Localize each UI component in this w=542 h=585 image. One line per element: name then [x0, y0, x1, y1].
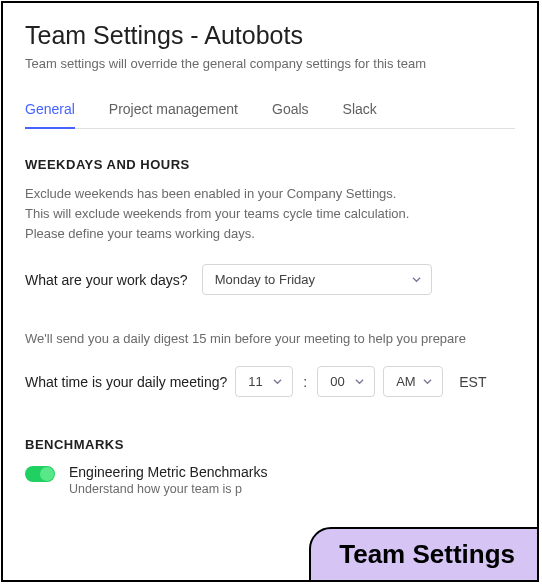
- timezone-label: EST: [459, 374, 486, 390]
- weekdays-info: Exclude weekends has been enabled in you…: [25, 184, 515, 244]
- chevron-down-icon: [412, 275, 421, 284]
- info-line: This will exclude weekends from your tea…: [25, 204, 515, 224]
- tab-project-management[interactable]: Project management: [109, 93, 238, 129]
- ampm-select[interactable]: AM: [383, 366, 443, 397]
- chevron-down-icon: [355, 377, 364, 386]
- page-title: Team Settings - Autobots: [25, 21, 515, 50]
- minute-select[interactable]: 00: [317, 366, 375, 397]
- benchmarks-title: Engineering Metric Benchmarks: [69, 464, 267, 480]
- section-header-benchmarks: BENCHMARKS: [25, 437, 515, 452]
- tab-goals[interactable]: Goals: [272, 93, 309, 129]
- ampm-value: AM: [396, 374, 416, 389]
- page-subtitle: Team settings will override the general …: [25, 56, 515, 71]
- meeting-time-label: What time is your daily meeting?: [25, 374, 227, 390]
- chevron-down-icon: [423, 377, 432, 386]
- section-header-weekdays: WEEKDAYS AND HOURS: [25, 157, 515, 172]
- minute-value: 00: [330, 374, 344, 389]
- overlay-badge: Team Settings: [309, 527, 539, 582]
- hour-select[interactable]: 11: [235, 366, 293, 397]
- chevron-down-icon: [273, 377, 282, 386]
- tab-slack[interactable]: Slack: [343, 93, 377, 129]
- info-line: Exclude weekends has been enabled in you…: [25, 184, 515, 204]
- info-line: Please define your teams working days.: [25, 224, 515, 244]
- workdays-value: Monday to Friday: [215, 272, 315, 287]
- tab-bar: General Project management Goals Slack: [25, 93, 515, 129]
- benchmarks-toggle[interactable]: [25, 466, 55, 482]
- digest-info: We'll send you a daily digest 15 min bef…: [25, 331, 515, 346]
- hour-value: 11: [248, 374, 262, 389]
- time-colon: :: [301, 374, 309, 390]
- workdays-label: What are your work days?: [25, 272, 188, 288]
- workdays-select[interactable]: Monday to Friday: [202, 264, 432, 295]
- benchmarks-desc: Understand how your team is p: [69, 482, 267, 496]
- tab-general[interactable]: General: [25, 93, 75, 129]
